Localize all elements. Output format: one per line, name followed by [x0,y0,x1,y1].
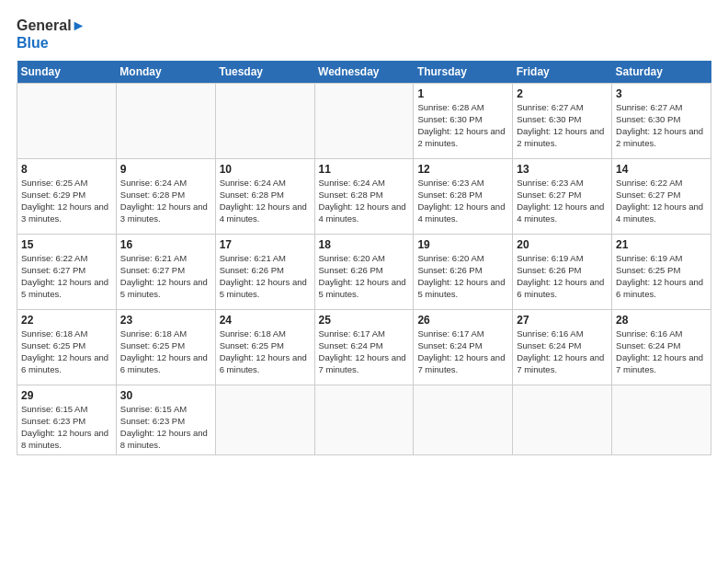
day-number: 8 [21,163,112,176]
day-number: 13 [517,163,608,176]
calendar-cell: 11 Sunrise: 6:24 AM Sunset: 6:28 PM Dayl… [314,159,414,235]
day-detail: Sunrise: 6:17 AM Sunset: 6:24 PM Dayligh… [319,328,410,375]
day-number: 26 [417,314,508,327]
day-number: 14 [616,163,707,176]
calendar-cell: 25 Sunrise: 6:17 AM Sunset: 6:24 PM Dayl… [314,310,414,385]
calendar-cell: 20 Sunrise: 6:19 AM Sunset: 6:26 PM Dayl… [513,235,612,310]
day-number: 9 [120,163,211,176]
calendar-cell: 16 Sunrise: 6:21 AM Sunset: 6:27 PM Dayl… [116,235,215,310]
col-wednesday: Wednesday [314,61,414,84]
day-detail: Sunrise: 6:18 AM Sunset: 6:25 PM Dayligh… [220,328,311,375]
day-detail: Sunrise: 6:25 AM Sunset: 6:29 PM Dayligh… [21,178,112,224]
day-number: 1 [417,87,508,100]
day-number: 10 [220,163,311,176]
col-monday: Monday [116,61,215,84]
day-detail: Sunrise: 6:24 AM Sunset: 6:28 PM Dayligh… [220,178,311,224]
day-number: 17 [220,238,311,251]
col-tuesday: Tuesday [215,61,314,84]
calendar-cell [314,84,414,159]
calendar-cell: 10 Sunrise: 6:24 AM Sunset: 6:28 PM Dayl… [215,159,314,235]
day-number: 3 [616,87,707,100]
week-row-5: 29 Sunrise: 6:15 AM Sunset: 6:23 PM Dayl… [17,385,711,454]
calendar-cell [215,385,314,454]
calendar-cell: 17 Sunrise: 6:21 AM Sunset: 6:26 PM Dayl… [215,235,314,310]
calendar-cell: 8 Sunrise: 6:25 AM Sunset: 6:29 PM Dayli… [17,159,117,235]
calendar-cell: 26 Sunrise: 6:17 AM Sunset: 6:24 PM Dayl… [414,310,513,385]
col-friday: Friday [513,61,612,84]
day-number: 21 [616,238,707,251]
calendar-cell [513,385,612,454]
day-detail: Sunrise: 6:22 AM Sunset: 6:27 PM Dayligh… [21,253,112,300]
day-detail: Sunrise: 6:18 AM Sunset: 6:25 PM Dayligh… [120,328,211,375]
col-saturday: Saturday [612,61,711,84]
day-detail: Sunrise: 6:15 AM Sunset: 6:23 PM Dayligh… [21,404,112,451]
calendar-cell: 9 Sunrise: 6:24 AM Sunset: 6:28 PM Dayli… [116,159,215,235]
day-detail: Sunrise: 6:24 AM Sunset: 6:28 PM Dayligh… [319,178,410,224]
day-detail: Sunrise: 6:22 AM Sunset: 6:27 PM Dayligh… [616,178,707,224]
day-number: 19 [417,238,508,251]
day-number: 16 [120,238,211,251]
calendar-cell: 27 Sunrise: 6:16 AM Sunset: 6:24 PM Dayl… [513,310,612,385]
day-detail: Sunrise: 6:16 AM Sunset: 6:24 PM Dayligh… [616,328,707,375]
calendar-cell [116,84,215,159]
calendar-cell: 24 Sunrise: 6:18 AM Sunset: 6:25 PM Dayl… [215,310,314,385]
calendar-cell: 12 Sunrise: 6:23 AM Sunset: 6:28 PM Dayl… [414,159,513,235]
logo: General► Blue [17,17,85,52]
page: General► Blue Sunday Monday Tuesday Wedn… [0,0,728,465]
calendar-cell: 14 Sunrise: 6:22 AM Sunset: 6:27 PM Dayl… [612,159,711,235]
calendar-table: Sunday Monday Tuesday Wednesday Thursday… [17,61,711,454]
day-number: 30 [120,389,211,402]
header-row: Sunday Monday Tuesday Wednesday Thursday… [17,61,711,84]
day-detail: Sunrise: 6:20 AM Sunset: 6:26 PM Dayligh… [417,253,508,300]
calendar-cell [17,84,117,159]
calendar-cell [612,385,711,454]
day-detail: Sunrise: 6:23 AM Sunset: 6:28 PM Dayligh… [417,178,508,224]
calendar-cell: 1 Sunrise: 6:28 AM Sunset: 6:30 PM Dayli… [414,84,513,159]
calendar-cell: 21 Sunrise: 6:19 AM Sunset: 6:25 PM Dayl… [612,235,711,310]
header: General► Blue [17,17,711,52]
day-detail: Sunrise: 6:20 AM Sunset: 6:26 PM Dayligh… [319,253,410,300]
calendar-cell: 22 Sunrise: 6:18 AM Sunset: 6:25 PM Dayl… [17,310,117,385]
day-number: 11 [319,163,410,176]
week-row-2: 8 Sunrise: 6:25 AM Sunset: 6:29 PM Dayli… [17,159,711,235]
day-number: 22 [21,314,112,327]
calendar-cell [314,385,414,454]
day-number: 28 [616,314,707,327]
day-detail: Sunrise: 6:21 AM Sunset: 6:27 PM Dayligh… [120,253,211,300]
day-detail: Sunrise: 6:17 AM Sunset: 6:24 PM Dayligh… [417,328,508,375]
day-number: 25 [319,314,410,327]
day-detail: Sunrise: 6:18 AM Sunset: 6:25 PM Dayligh… [21,328,112,375]
calendar-cell: 18 Sunrise: 6:20 AM Sunset: 6:26 PM Dayl… [314,235,414,310]
day-number: 18 [319,238,410,251]
calendar-cell: 13 Sunrise: 6:23 AM Sunset: 6:27 PM Dayl… [513,159,612,235]
calendar-cell: 30 Sunrise: 6:15 AM Sunset: 6:23 PM Dayl… [116,385,215,454]
day-detail: Sunrise: 6:19 AM Sunset: 6:26 PM Dayligh… [517,253,608,300]
day-number: 20 [517,238,608,251]
calendar-cell [414,385,513,454]
day-detail: Sunrise: 6:24 AM Sunset: 6:28 PM Dayligh… [120,178,211,224]
day-number: 23 [120,314,211,327]
day-detail: Sunrise: 6:27 AM Sunset: 6:30 PM Dayligh… [517,102,608,149]
week-row-3: 15 Sunrise: 6:22 AM Sunset: 6:27 PM Dayl… [17,235,711,310]
calendar-cell: 3 Sunrise: 6:27 AM Sunset: 6:30 PM Dayli… [612,84,711,159]
day-detail: Sunrise: 6:28 AM Sunset: 6:30 PM Dayligh… [417,102,508,149]
col-thursday: Thursday [414,61,513,84]
day-detail: Sunrise: 6:21 AM Sunset: 6:26 PM Dayligh… [220,253,311,300]
day-number: 24 [220,314,311,327]
week-row-4: 22 Sunrise: 6:18 AM Sunset: 6:25 PM Dayl… [17,310,711,385]
day-number: 12 [417,163,508,176]
day-number: 2 [517,87,608,100]
calendar-cell: 15 Sunrise: 6:22 AM Sunset: 6:27 PM Dayl… [17,235,117,310]
day-detail: Sunrise: 6:27 AM Sunset: 6:30 PM Dayligh… [616,102,707,149]
calendar-cell: 19 Sunrise: 6:20 AM Sunset: 6:26 PM Dayl… [414,235,513,310]
day-number: 15 [21,238,112,251]
calendar-cell: 28 Sunrise: 6:16 AM Sunset: 6:24 PM Dayl… [612,310,711,385]
day-detail: Sunrise: 6:16 AM Sunset: 6:24 PM Dayligh… [517,328,608,375]
day-detail: Sunrise: 6:23 AM Sunset: 6:27 PM Dayligh… [517,178,608,224]
calendar-cell: 29 Sunrise: 6:15 AM Sunset: 6:23 PM Dayl… [17,385,117,454]
calendar-cell [215,84,314,159]
col-sunday: Sunday [17,61,117,84]
day-number: 27 [517,314,608,327]
calendar-cell: 23 Sunrise: 6:18 AM Sunset: 6:25 PM Dayl… [116,310,215,385]
day-number: 29 [21,389,112,402]
